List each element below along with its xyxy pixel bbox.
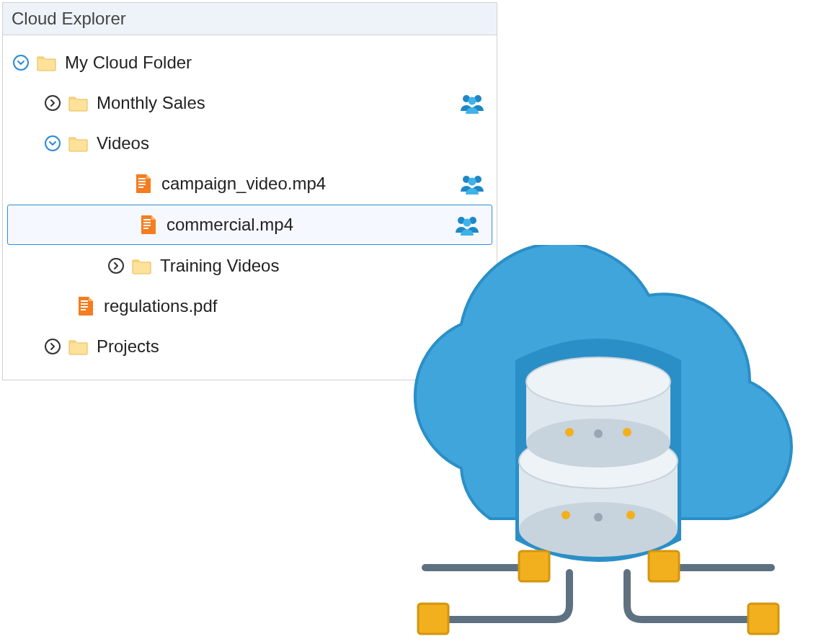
file-icon [75, 295, 97, 317]
svg-rect-13 [143, 219, 151, 220]
svg-point-39 [626, 511, 635, 519]
tree-item-label: Projects [97, 336, 488, 357]
svg-rect-40 [519, 551, 549, 581]
tree-item-campaign-video[interactable]: campaign_video.mp4 [3, 164, 497, 204]
svg-point-25 [45, 339, 60, 354]
svg-point-19 [463, 219, 471, 227]
svg-point-29 [519, 434, 678, 488]
tree-item-monthly-sales[interactable]: Monthly Sales [3, 83, 497, 123]
svg-rect-41 [649, 551, 679, 581]
svg-point-32 [526, 419, 670, 468]
svg-rect-15 [143, 225, 151, 226]
svg-rect-21 [81, 300, 88, 302]
tree-item-label: commercial.mp4 [167, 215, 451, 235]
shared-users-icon [451, 213, 483, 237]
tree-item-commercial[interactable]: commercial.mp4 [7, 205, 492, 245]
cloud-explorer-panel: Cloud Explorer My Cloud Folder Monthly S… [2, 2, 497, 380]
svg-rect-24 [81, 309, 86, 310]
svg-point-36 [623, 428, 631, 437]
chevron-right-icon[interactable] [43, 337, 62, 356]
tree-item-training-videos[interactable]: Training Videos [3, 246, 497, 286]
svg-rect-14 [143, 222, 151, 223]
folder-tree: My Cloud Folder Monthly Sales [3, 35, 497, 380]
tree-item-label: regulations.pdf [104, 296, 488, 316]
tree-item-projects[interactable]: Projects [3, 326, 497, 367]
chevron-right-icon[interactable] [43, 94, 62, 112]
tree-item-label: My Cloud Folder [65, 53, 488, 73]
file-icon [138, 214, 159, 236]
tree-item-regulations[interactable]: regulations.pdf [3, 286, 497, 326]
svg-rect-16 [143, 228, 148, 229]
chevron-right-icon[interactable] [107, 256, 125, 275]
svg-rect-7 [138, 181, 146, 182]
svg-rect-43 [748, 604, 778, 634]
svg-rect-22 [81, 303, 88, 305]
svg-point-4 [469, 97, 476, 105]
svg-point-0 [14, 55, 28, 70]
file-icon [133, 173, 154, 194]
chevron-down-icon[interactable] [43, 134, 62, 153]
shared-users-icon [456, 91, 488, 115]
svg-point-30 [526, 357, 670, 406]
shared-users-icon [456, 171, 488, 196]
svg-rect-23 [81, 306, 88, 308]
svg-point-1 [45, 96, 60, 110]
tree-item-my-cloud-folder[interactable]: My Cloud Folder [3, 43, 497, 83]
chevron-down-icon[interactable] [12, 53, 30, 72]
svg-point-26 [519, 434, 678, 488]
svg-rect-31 [526, 382, 670, 443]
tree-item-label: Videos [97, 133, 488, 153]
svg-point-37 [562, 511, 570, 519]
svg-point-12 [469, 178, 476, 186]
folder-icon [131, 255, 153, 277]
svg-point-35 [594, 429, 603, 438]
tree-item-label: Monthly Sales [97, 93, 456, 113]
folder-icon [68, 336, 89, 357]
folder-icon [36, 52, 58, 73]
panel-title: Cloud Explorer [3, 3, 497, 35]
database-icon [515, 339, 681, 562]
svg-rect-42 [418, 604, 448, 634]
folder-icon [68, 133, 89, 154]
svg-rect-6 [138, 178, 146, 179]
network-node-icon [418, 551, 778, 634]
svg-rect-9 [138, 187, 143, 188]
svg-point-38 [594, 513, 603, 522]
svg-point-28 [519, 502, 678, 557]
svg-point-33 [526, 357, 670, 406]
svg-rect-8 [138, 184, 146, 185]
svg-point-5 [45, 136, 60, 151]
tree-item-label: campaign_video.mp4 [161, 174, 456, 194]
svg-point-20 [109, 259, 123, 273]
tree-item-videos[interactable]: Videos [3, 123, 497, 164]
tree-item-label: Training Videos [160, 256, 488, 276]
svg-rect-27 [519, 461, 678, 529]
folder-icon [68, 92, 89, 114]
svg-point-34 [565, 428, 574, 437]
